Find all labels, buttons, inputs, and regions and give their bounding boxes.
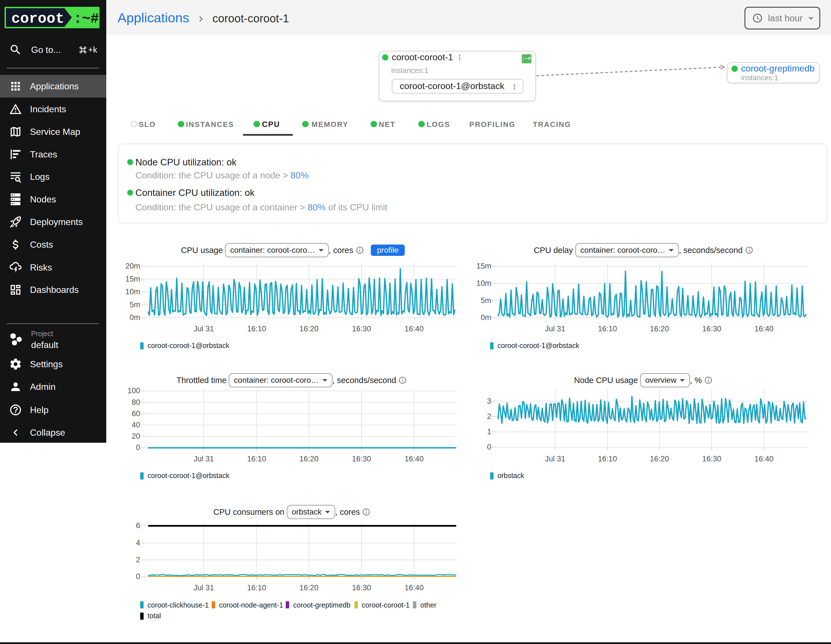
svg-text:coroot-coroot-1: coroot-coroot-1 xyxy=(362,601,410,609)
svg-text:15m: 15m xyxy=(125,275,140,283)
svg-text:16:20: 16:20 xyxy=(650,325,669,333)
svg-text:coroot: coroot xyxy=(11,10,64,27)
svg-text:16:30: 16:30 xyxy=(352,454,371,463)
svg-text:orbstack: orbstack xyxy=(497,472,524,480)
svg-text:0: 0 xyxy=(487,443,491,451)
svg-text:16:30: 16:30 xyxy=(702,454,721,463)
svg-text:coroot-greptimedb: coroot-greptimedb xyxy=(293,601,350,609)
svg-text:Jul 31: Jul 31 xyxy=(194,325,214,333)
svg-text:coroot-clickhouse-1: coroot-clickhouse-1 xyxy=(148,601,209,609)
svg-text:80: 80 xyxy=(132,398,140,406)
svg-text:10m: 10m xyxy=(125,287,140,296)
svg-text:16:30: 16:30 xyxy=(352,325,371,333)
svg-text:0m: 0m xyxy=(481,313,491,322)
svg-text:40: 40 xyxy=(132,421,140,429)
svg-text:6: 6 xyxy=(136,521,140,530)
svg-text:60: 60 xyxy=(132,410,140,418)
svg-text:16:10: 16:10 xyxy=(247,454,266,463)
svg-text:16:40: 16:40 xyxy=(404,325,424,333)
svg-text:0m: 0m xyxy=(129,313,140,322)
svg-text:total: total xyxy=(148,612,161,620)
svg-text:coroot-coroot-1@orbstack: coroot-coroot-1@orbstack xyxy=(497,341,579,349)
svg-text:0: 0 xyxy=(136,572,140,581)
svg-text:Jul 31: Jul 31 xyxy=(194,454,214,463)
svg-text:16:40: 16:40 xyxy=(755,325,774,333)
svg-text:Jul 31: Jul 31 xyxy=(545,454,565,463)
svg-text:16:20: 16:20 xyxy=(299,454,318,463)
svg-text:16:10: 16:10 xyxy=(598,454,617,463)
svg-text::~#: :~# xyxy=(73,11,99,27)
svg-text:16:40: 16:40 xyxy=(755,454,774,463)
svg-text:4: 4 xyxy=(136,539,140,547)
svg-text:5m: 5m xyxy=(129,301,140,309)
svg-text:3: 3 xyxy=(487,397,491,405)
svg-text:16:30: 16:30 xyxy=(352,583,371,592)
svg-text:0: 0 xyxy=(136,443,140,452)
svg-text:coroot-coroot-1@orbstack: coroot-coroot-1@orbstack xyxy=(148,472,229,480)
svg-text:15m: 15m xyxy=(476,262,491,270)
svg-text:coroot-node-agent-1: coroot-node-agent-1 xyxy=(219,601,283,609)
svg-text:Jul 31: Jul 31 xyxy=(545,325,565,333)
svg-text:1: 1 xyxy=(487,427,491,436)
svg-text:16:10: 16:10 xyxy=(598,325,617,333)
svg-text:other: other xyxy=(420,601,436,609)
svg-text:2: 2 xyxy=(487,412,491,421)
svg-text:16:20: 16:20 xyxy=(650,454,669,463)
svg-text:16:10: 16:10 xyxy=(247,583,266,592)
svg-text:100: 100 xyxy=(127,386,140,395)
svg-text:10m: 10m xyxy=(476,279,491,287)
svg-text:16:10: 16:10 xyxy=(247,325,266,333)
svg-text:16:20: 16:20 xyxy=(299,583,318,592)
svg-text:16:40: 16:40 xyxy=(404,454,424,463)
svg-text:Jul 31: Jul 31 xyxy=(194,583,214,592)
svg-text:16:30: 16:30 xyxy=(702,325,721,333)
svg-text:20: 20 xyxy=(132,432,140,440)
svg-text:20m: 20m xyxy=(125,262,140,270)
svg-text:16:40: 16:40 xyxy=(404,583,424,592)
svg-text:coroot-coroot-1@orbstack: coroot-coroot-1@orbstack xyxy=(148,341,229,349)
svg-text:2: 2 xyxy=(136,556,140,564)
svg-text:5m: 5m xyxy=(481,296,491,305)
svg-text:16:20: 16:20 xyxy=(299,325,318,333)
